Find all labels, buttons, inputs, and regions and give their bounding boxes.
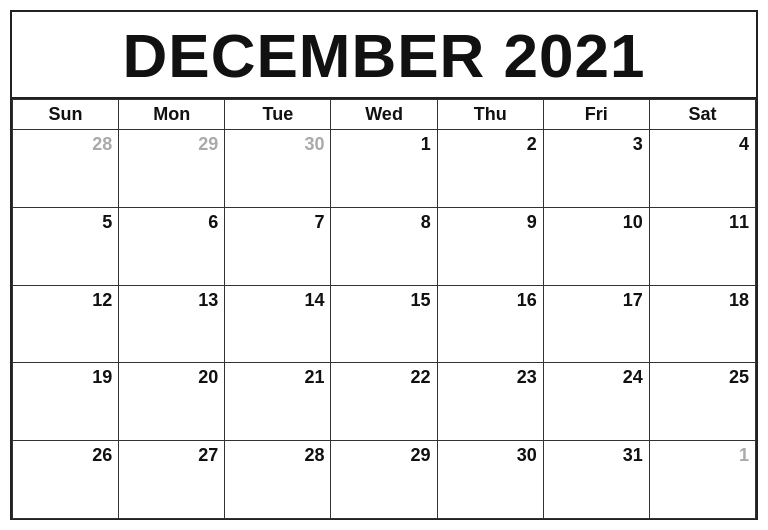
calendar-body: 2829301234567891011121314151617181920212…: [13, 130, 756, 519]
day-cell: 10: [543, 207, 649, 285]
week-row: 12131415161718: [13, 285, 756, 363]
column-header-mon: Mon: [119, 100, 225, 130]
day-cell: 27: [119, 441, 225, 519]
day-cell: 4: [649, 130, 755, 208]
day-cell: 25: [649, 363, 755, 441]
day-cell: 1: [649, 441, 755, 519]
day-cell: 17: [543, 285, 649, 363]
day-cell: 30: [225, 130, 331, 208]
day-cell: 28: [225, 441, 331, 519]
day-cell: 24: [543, 363, 649, 441]
calendar-title: DECEMBER 2021: [12, 12, 756, 99]
day-cell: 3: [543, 130, 649, 208]
day-cell: 20: [119, 363, 225, 441]
day-cell: 5: [13, 207, 119, 285]
week-row: 567891011: [13, 207, 756, 285]
day-cell: 7: [225, 207, 331, 285]
day-cell: 19: [13, 363, 119, 441]
day-cell: 30: [437, 441, 543, 519]
day-cell: 12: [13, 285, 119, 363]
column-header-sat: Sat: [649, 100, 755, 130]
column-header-fri: Fri: [543, 100, 649, 130]
day-cell: 15: [331, 285, 437, 363]
calendar: DECEMBER 2021 SunMonTueWedThuFriSat 2829…: [10, 10, 758, 520]
week-row: 19202122232425: [13, 363, 756, 441]
day-cell: 18: [649, 285, 755, 363]
column-header-thu: Thu: [437, 100, 543, 130]
header-row: SunMonTueWedThuFriSat: [13, 100, 756, 130]
column-header-wed: Wed: [331, 100, 437, 130]
day-cell: 14: [225, 285, 331, 363]
day-cell: 22: [331, 363, 437, 441]
day-cell: 21: [225, 363, 331, 441]
day-cell: 8: [331, 207, 437, 285]
day-cell: 29: [119, 130, 225, 208]
week-row: 2627282930311: [13, 441, 756, 519]
day-cell: 6: [119, 207, 225, 285]
calendar-grid: SunMonTueWedThuFriSat 282930123456789101…: [12, 99, 756, 519]
day-cell: 31: [543, 441, 649, 519]
day-cell: 23: [437, 363, 543, 441]
day-cell: 2: [437, 130, 543, 208]
day-cell: 9: [437, 207, 543, 285]
day-cell: 1: [331, 130, 437, 208]
day-cell: 29: [331, 441, 437, 519]
column-header-sun: Sun: [13, 100, 119, 130]
week-row: 2829301234: [13, 130, 756, 208]
day-cell: 13: [119, 285, 225, 363]
column-header-tue: Tue: [225, 100, 331, 130]
day-cell: 26: [13, 441, 119, 519]
day-cell: 11: [649, 207, 755, 285]
day-cell: 28: [13, 130, 119, 208]
day-cell: 16: [437, 285, 543, 363]
